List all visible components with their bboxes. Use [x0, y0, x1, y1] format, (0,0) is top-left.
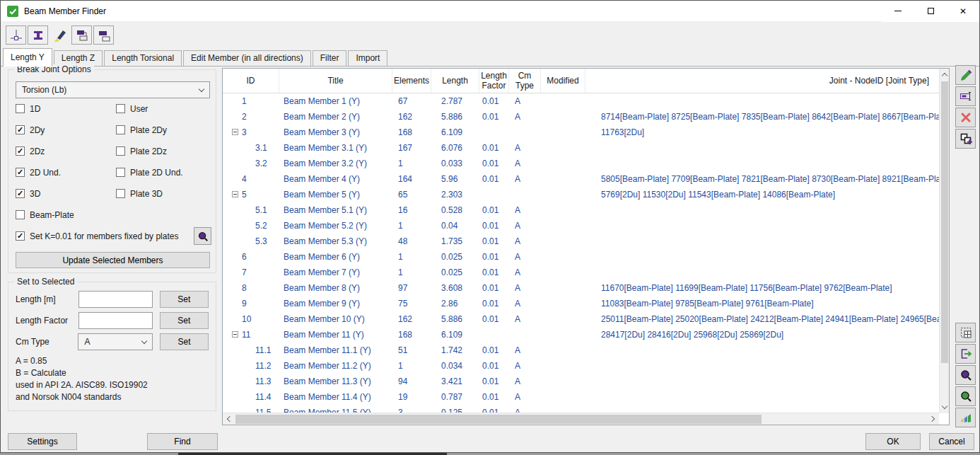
horizontal-scrollbar[interactable] [223, 413, 939, 425]
column-header-elements[interactable]: Elements [392, 69, 431, 93]
tab-length-z[interactable]: Length Z [54, 50, 103, 66]
beam-section-button[interactable] [28, 25, 48, 45]
table-row[interactable]: 11.4Beam Member 11.4 (Y)190.7870.01A [223, 389, 939, 405]
vertical-scrollbar[interactable] [939, 69, 949, 413]
collapse-icon[interactable] [232, 191, 238, 197]
cell-modified [541, 311, 585, 327]
column-header-modified[interactable]: Modified [541, 69, 585, 93]
checkbox-plate-3d[interactable]: Plate 3D [116, 189, 183, 198]
preview-fixed-members-button[interactable] [194, 227, 211, 245]
cell-cm-type: A [509, 202, 541, 218]
checkbox-set-k[interactable]: Set K=0.01 for members fixed by plates [16, 231, 178, 241]
scroll-left-arrow[interactable] [223, 413, 235, 425]
break-joint-type-select[interactable]: Torsion (Lb) [16, 81, 210, 98]
cell-modified [541, 296, 585, 311]
delete-member-button[interactable] [955, 108, 976, 127]
length-m-input[interactable] [78, 291, 153, 308]
checkbox-2dz[interactable]: 2Dz [16, 146, 116, 156]
tab-page-length-y: Break Joint Options Torsion (Lb) 1DUser2… [1, 65, 979, 452]
vertical-scroll-thumb[interactable] [941, 81, 948, 363]
checkbox-plate-2dz[interactable]: Plate 2Dz [116, 146, 183, 156]
update-selected-members-button[interactable]: Update Selected Members [16, 252, 210, 268]
find-button[interactable]: Find [147, 433, 218, 450]
table-row[interactable]: 11.1Beam Member 11.1 (Y)511.7420.01A [223, 342, 939, 358]
duplicate-member-button[interactable] [955, 129, 976, 149]
table-row[interactable]: 1Beam Member 1 (Y)672.7870.01A [223, 93, 939, 109]
scroll-right-arrow[interactable] [927, 413, 939, 425]
table-row[interactable]: 3Beam Member 3 (Y)1686.10911763[2Du] [223, 125, 939, 140]
table-row[interactable]: 7Beam Member 7 (Y)10.0250.01A [223, 265, 939, 280]
export-button[interactable] [955, 344, 976, 364]
checkbox-2d-und[interactable]: 2D Und. [16, 168, 116, 177]
statistics-button[interactable] [955, 408, 976, 427]
column-header-id[interactable]: ID [223, 69, 279, 93]
cm-type-select[interactable]: A [78, 333, 153, 350]
table-row[interactable]: 3.1Beam Member 3.1 (Y)1676.0760.01A [223, 140, 939, 156]
collapse-icon[interactable] [232, 129, 238, 135]
tab-filter[interactable]: Filter [313, 50, 347, 66]
close-button[interactable]: ✕ [947, 1, 979, 22]
table-row[interactable]: 11.2Beam Member 11.2 (Y)10.0340.01A [223, 358, 939, 374]
table-row[interactable]: 11.5Beam Member 11.5 (Y)30.1250.01A [223, 405, 939, 413]
tab-length-torsional[interactable]: Length Torsional [104, 50, 182, 66]
copy-member-button[interactable] [93, 25, 114, 45]
checkbox-3d[interactable]: 3D [16, 189, 116, 198]
tab-length-y[interactable]: Length Y [3, 48, 52, 67]
tab-edit-member-in-all-directions[interactable]: Edit Member (in all directions) [183, 50, 311, 66]
ok-button[interactable]: OK [865, 433, 921, 450]
table-row[interactable]: 5.1Beam Member 5.1 (Y)160.5280.01A [223, 202, 939, 218]
set-button[interactable]: Set [160, 291, 209, 308]
settings-button[interactable]: Settings [8, 433, 77, 450]
column-header-cm-type[interactable]: Cm Type [509, 69, 541, 93]
edit-member-button[interactable] [955, 65, 976, 85]
table-row[interactable]: 5Beam Member 5 (Y)652.3035769[2Du] 11530… [223, 187, 939, 202]
table-row[interactable]: 10Beam Member 10 (Y)1625.8860.01A25011[B… [223, 311, 939, 327]
checkbox-1d[interactable]: 1D [16, 104, 116, 113]
table-row[interactable]: 6Beam Member 6 (Y)10.0250.01A [223, 249, 939, 265]
minimize-button[interactable] [882, 1, 914, 22]
select-all-cells-button[interactable] [955, 323, 976, 342]
column-header-length-factor[interactable]: Length Factor [479, 69, 509, 93]
checkbox-plate-2dy[interactable]: Plate 2Dy [116, 125, 183, 134]
row-id: 11.4 [255, 392, 271, 402]
scroll-up-arrow[interactable] [940, 69, 949, 81]
checkbox-user[interactable]: User [116, 104, 183, 113]
column-header-joint-nodeid-joint-type[interactable]: Joint - NodeID [Joint Type] [585, 69, 939, 93]
checkbox-2dy[interactable]: 2Dy [16, 125, 116, 134]
length-factor-input[interactable] [78, 312, 153, 329]
cell-modified [541, 140, 585, 156]
tab-import[interactable]: Import [348, 50, 387, 66]
checkbox-plate-2d-und[interactable]: Plate 2D Und. [116, 168, 183, 177]
brush-button[interactable] [49, 25, 70, 45]
zoom-found-button[interactable] [955, 386, 976, 406]
table-row[interactable]: 9Beam Member 9 (Y)752.860.01A11083[Beam-… [223, 296, 939, 311]
scroll-down-arrow[interactable] [940, 401, 949, 413]
set-button[interactable]: Set [160, 333, 209, 350]
row-id: 4 [242, 174, 247, 184]
checkbox-label: 3D [30, 189, 40, 199]
cancel-button[interactable]: Cancel [929, 433, 974, 450]
zoom-selected-button[interactable] [955, 365, 976, 385]
table-row[interactable]: 4Beam Member 4 (Y)1645.960.01A5805[Beam-… [223, 171, 939, 187]
column-header-length[interactable]: Length [431, 69, 479, 93]
cm-type-notes: A = 0.85 B = Calculate used in API 2A. A… [16, 355, 148, 403]
table-row[interactable]: 2Beam Member 2 (Y)1625.8860.01A8714[Beam… [223, 109, 939, 125]
plumb-joint-button[interactable] [6, 25, 26, 45]
copy-members-button[interactable] [71, 25, 92, 45]
table-row[interactable]: 11.3Beam Member 11.3 (Y)943.4210.01A [223, 374, 939, 389]
cell-id: 5.3 [223, 234, 279, 249]
maximize-button[interactable] [914, 1, 947, 22]
table-row[interactable]: 11Beam Member 11 (Y)1686.10928417[2Du] 2… [223, 327, 939, 342]
set-button[interactable]: Set [160, 312, 209, 329]
table-row[interactable]: 5.3Beam Member 5.3 (Y)481.7350.01A [223, 234, 939, 249]
cell-length: 3.421 [431, 374, 479, 389]
table-row[interactable]: 3.2Beam Member 3.2 (Y)10.0330.01A [223, 156, 939, 171]
horizontal-scroll-thumb[interactable] [235, 415, 762, 424]
minimize-icon [894, 11, 902, 11]
column-header-title[interactable]: Title [279, 69, 392, 93]
collapse-icon[interactable] [232, 331, 238, 338]
rename-member-button[interactable] [955, 86, 976, 106]
table-row[interactable]: 5.2Beam Member 5.2 (Y)10.040.01A [223, 218, 939, 234]
checkbox-beam-plate[interactable]: Beam-Plate [16, 210, 116, 219]
table-row[interactable]: 8Beam Member 8 (Y)973.6080.01A11670[Beam… [223, 280, 939, 296]
